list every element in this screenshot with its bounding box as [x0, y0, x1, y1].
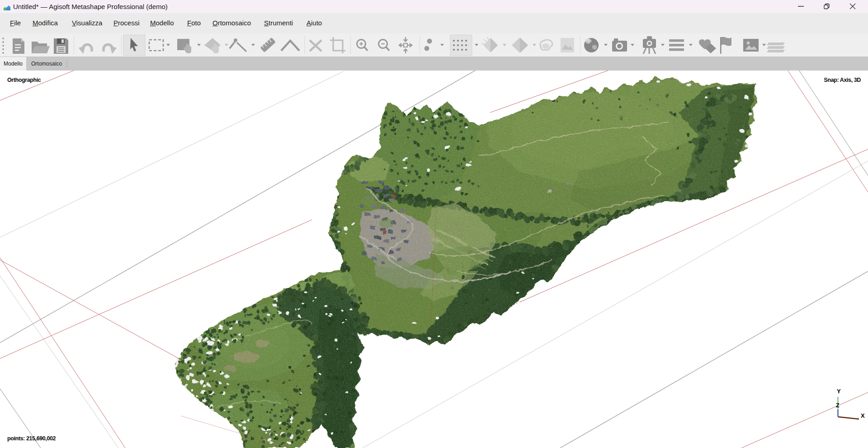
svg-text:X: X [861, 412, 865, 419]
svg-text:Z: Z [836, 402, 840, 409]
svg-text:Y: Y [837, 388, 841, 395]
